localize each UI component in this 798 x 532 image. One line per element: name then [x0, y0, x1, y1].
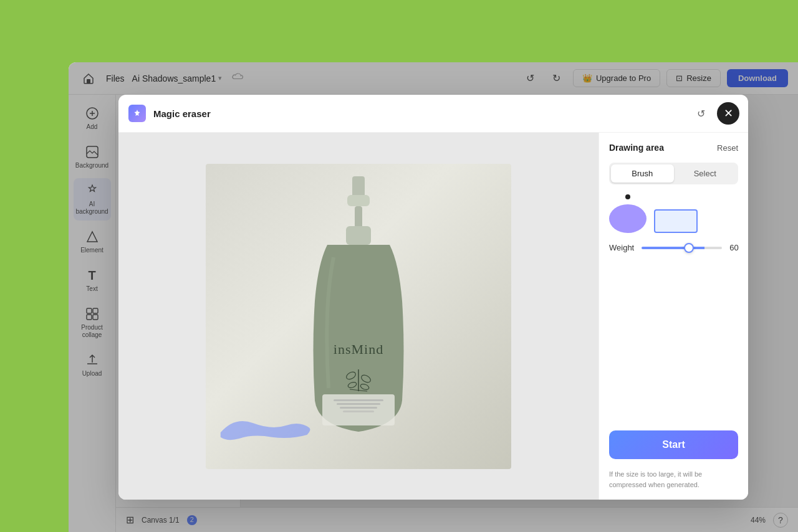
modal-title: Magic eraser	[153, 108, 211, 119]
select-shape-preview	[654, 209, 698, 233]
brush-preview-round	[609, 194, 647, 233]
weight-value: 60	[729, 243, 738, 252]
brush-shape-round	[609, 204, 647, 233]
app-window: Files Ai Shadows_sample1 ▾ ↺ ↻ 👑 Upgrade…	[69, 62, 798, 532]
brush-dot	[625, 194, 630, 199]
modal-close-button[interactable]: ✕	[717, 102, 739, 125]
modal-overlay: Magic eraser ↺ ↻ ✕	[69, 62, 798, 532]
weight-row: Weight 60	[609, 243, 738, 252]
magic-eraser-tool-icon	[128, 105, 146, 122]
bottle-illustration: insMind	[277, 176, 440, 444]
svg-text:insMind: insMind	[334, 341, 383, 357]
modal-topbar: Magic eraser ↺ ↻ ✕	[118, 95, 748, 133]
drawing-area-header: Drawing area Reset	[609, 143, 738, 153]
info-text: If the size is too large, it will be com…	[609, 469, 738, 490]
svg-rect-12	[346, 226, 371, 245]
drawing-area-title: Drawing area	[609, 143, 664, 153]
brush-stroke	[206, 407, 324, 444]
product-image: insMind	[206, 164, 511, 469]
svg-rect-23	[340, 407, 377, 409]
svg-rect-22	[337, 403, 380, 405]
modal-undo-button[interactable]: ↺	[691, 103, 711, 123]
svg-rect-13	[322, 394, 395, 425]
product-image-container: insMind	[206, 164, 511, 469]
weight-label: Weight	[609, 243, 634, 252]
svg-rect-24	[343, 411, 374, 412]
svg-rect-21	[334, 399, 383, 401]
start-button[interactable]: Start	[609, 430, 738, 459]
modal-canvas[interactable]: insMind	[118, 133, 598, 500]
brush-previews	[609, 194, 738, 233]
select-tool-button[interactable]: Select	[674, 164, 737, 183]
modal-right-panel: Drawing area Reset Brush Select	[598, 133, 748, 500]
magic-eraser-modal: Magic eraser ↺ ↻ ✕	[118, 95, 748, 500]
svg-rect-9	[352, 176, 365, 198]
reset-button[interactable]: Reset	[717, 143, 738, 153]
tool-toggle: Brush Select	[609, 163, 738, 184]
weight-slider[interactable]	[642, 247, 722, 249]
brush-preview-select	[654, 209, 698, 233]
modal-body: insMind	[118, 133, 748, 500]
close-icon: ✕	[724, 107, 733, 120]
svg-rect-10	[347, 195, 370, 206]
brush-tool-button[interactable]: Brush	[611, 164, 674, 183]
